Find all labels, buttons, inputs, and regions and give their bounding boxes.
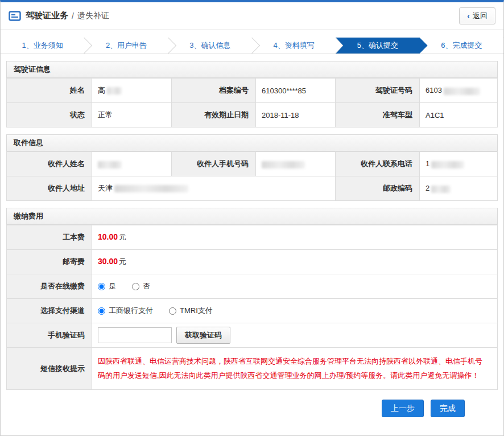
recipient-mobile-value	[256, 152, 336, 176]
table-row: 姓名 高 档案编号 610300****85 驾驶证号码 6103	[7, 79, 498, 103]
license-section-title: 驾驶证信息	[6, 61, 498, 78]
online-pay-no-label: 否	[143, 281, 150, 291]
page: 驾驶证业务 / 遗失补证 ‹ 返回 1、业务须知 2、用户申告 3、确认信息 4…	[0, 0, 504, 436]
table-row: 状态 正常 有效期止日期 2018-11-18 准驾车型 A1C1	[7, 103, 498, 127]
recipient-address-label: 收件人地址	[7, 176, 92, 201]
online-pay-yes-radio[interactable]	[98, 283, 105, 290]
redacted-text	[431, 161, 464, 168]
redacted-text	[107, 87, 122, 94]
name-label: 姓名	[7, 79, 92, 103]
captcha-cell: 获取验证码	[92, 323, 498, 348]
page-subtitle: 遗失补证	[77, 11, 109, 21]
back-button-label: 返回	[473, 11, 488, 21]
expiry-date-label: 有效期止日期	[172, 103, 256, 127]
step-label: 3、确认信息	[189, 40, 230, 51]
recipient-tel-label: 收件人联系电话	[336, 152, 420, 176]
step-3-confirm-info: 3、确认信息	[168, 38, 252, 54]
name-value: 高	[92, 79, 172, 103]
step-label: 2、用户申告	[106, 40, 147, 51]
pay-channel-tmri-option[interactable]: TMRI支付	[169, 306, 213, 316]
header: 驾驶证业务 / 遗失补证 ‹ 返回	[1, 2, 503, 30]
status-value: 正常	[92, 103, 172, 127]
sms-notice-label: 短信接收提示	[7, 348, 92, 390]
base-fee-label: 工本费	[7, 225, 92, 250]
online-pay-yes-option[interactable]: 是	[98, 281, 116, 291]
file-number-value: 610300****85	[256, 79, 336, 103]
pay-channel-icbc-radio[interactable]	[98, 307, 105, 315]
step-5-confirm-submit-active: 5、确认提交	[336, 38, 427, 54]
redacted-text	[444, 88, 480, 95]
table-row: 选择支付渠道 工商银行支付 TMRI支付	[7, 299, 498, 323]
license-info-section: 驾驶证信息 姓名 高 档案编号 610300****85 驾驶证号码 6103 …	[6, 61, 498, 127]
table-row: 收件人地址 天津 邮政编码 2	[7, 176, 498, 201]
chevron-right-icon	[495, 38, 504, 54]
recipient-mobile-label: 收件人手机号码	[172, 152, 256, 176]
pickup-info-table: 收件人姓名 收件人手机号码 收件人联系电话 1 收件人地址 天津 邮政编码 2	[6, 151, 498, 201]
redacted-text	[262, 161, 305, 168]
table-row: 手机验证码 获取验证码	[7, 323, 498, 348]
license-business-icon	[9, 11, 21, 21]
license-number-value: 6103	[420, 79, 498, 103]
pay-channel-label: 选择支付渠道	[7, 299, 92, 323]
table-row: 邮寄费 30.00元	[7, 250, 498, 274]
license-info-table: 姓名 高 档案编号 610300****85 驾驶证号码 6103 状态 正常 …	[6, 78, 498, 127]
step-2-user-declaration: 2、用户申告	[84, 38, 168, 54]
base-fee-amount: 10.00	[98, 232, 118, 241]
recipient-address-value: 天津	[92, 176, 336, 201]
recipient-tel-value: 1	[420, 152, 498, 176]
fees-section-title: 缴纳费用	[6, 208, 498, 225]
table-row: 工本费 10.00元	[7, 225, 498, 250]
fee-unit: 元	[119, 257, 126, 266]
vehicle-class-label: 准驾车型	[336, 103, 420, 127]
online-pay-options: 是 否	[92, 274, 498, 299]
fee-unit: 元	[119, 233, 126, 241]
zip-code-label: 邮政编码	[336, 176, 420, 201]
fees-section: 缴纳费用 工本费 10.00元 邮寄费 30.00元 是否在线缴费	[6, 208, 498, 390]
captcha-input[interactable]	[98, 327, 172, 343]
online-pay-yes-label: 是	[109, 281, 116, 291]
recipient-name-label: 收件人姓名	[7, 152, 92, 176]
expiry-date-value: 2018-11-18	[256, 103, 336, 127]
online-pay-label: 是否在线缴费	[7, 274, 92, 299]
redacted-text	[431, 186, 451, 193]
pickup-info-section: 取件信息 收件人姓名 收件人手机号码 收件人联系电话 1 收件人地址 天津 邮政…	[6, 134, 498, 201]
online-pay-no-radio[interactable]	[132, 283, 139, 290]
recipient-name-value	[92, 152, 172, 176]
pickup-section-title: 取件信息	[6, 134, 498, 151]
file-number-label: 档案编号	[172, 79, 256, 103]
step-label: 6、完成提交	[441, 40, 482, 51]
base-fee-value: 10.00元	[92, 225, 498, 250]
captcha-label: 手机验证码	[7, 323, 92, 348]
redacted-text	[98, 161, 122, 168]
mail-fee-label: 邮寄费	[7, 250, 92, 274]
step-1-business-notice: 1、业务须知	[1, 38, 84, 54]
step-6-complete-submit: 6、完成提交	[420, 38, 503, 54]
table-row: 短信接收提示 因陕西省联通、电信运营商技术问题，陕西省互联网交通安全综合服务管理…	[7, 348, 498, 390]
prev-step-button[interactable]: 上一步	[382, 400, 424, 417]
get-captcha-button[interactable]: 获取验证码	[176, 327, 230, 344]
mail-fee-amount: 30.00	[98, 257, 118, 266]
bottom-actions: 上一步 完成	[6, 400, 465, 417]
page-title: 驾驶证业务	[26, 10, 68, 21]
redacted-text	[114, 185, 188, 192]
pay-channel-icbc-option[interactable]: 工商银行支付	[98, 306, 153, 316]
pay-channel-icbc-label: 工商银行支付	[109, 306, 153, 316]
vehicle-class-value: A1C1	[420, 103, 498, 127]
step-label: 1、业务须知	[22, 40, 63, 51]
content: 驾驶证信息 姓名 高 档案编号 610300****85 驾驶证号码 6103 …	[1, 61, 503, 417]
table-row: 收件人姓名 收件人手机号码 收件人联系电话 1	[7, 152, 498, 176]
table-row: 是否在线缴费 是 否	[7, 274, 498, 299]
pay-channel-tmri-radio[interactable]	[169, 307, 176, 315]
license-number-label: 驾驶证号码	[336, 79, 420, 103]
online-pay-no-option[interactable]: 否	[132, 281, 150, 291]
finish-button[interactable]: 完成	[431, 400, 465, 417]
title-separator: /	[72, 11, 74, 20]
pay-channel-options: 工商银行支付 TMRI支付	[92, 299, 498, 323]
fees-table: 工本费 10.00元 邮寄费 30.00元 是否在线缴费	[6, 225, 498, 390]
step-label: 4、资料填写	[274, 40, 315, 51]
step-label: 5、确认提交	[357, 40, 398, 51]
status-label: 状态	[7, 103, 92, 127]
back-button[interactable]: ‹ 返回	[459, 7, 495, 24]
zip-code-value: 2	[420, 176, 498, 201]
step-4-fill-data: 4、资料填写	[252, 38, 336, 54]
